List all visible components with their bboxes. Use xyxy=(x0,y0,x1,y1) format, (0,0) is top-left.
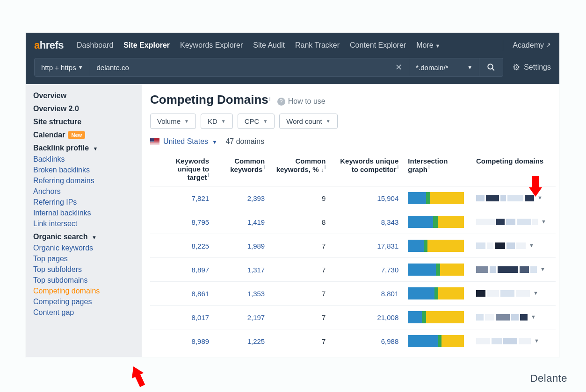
logo[interactable]: ahrefs xyxy=(34,39,64,51)
caret-down-icon[interactable]: ▼ xyxy=(541,219,546,225)
search-button[interactable] xyxy=(479,58,503,77)
mode-label: *.domain/* xyxy=(416,64,448,71)
body: OverviewOverview 2.0Site structureCalend… xyxy=(26,84,559,357)
nav-item[interactable]: More▼ xyxy=(416,41,440,50)
competing-domain-strip: ▼ xyxy=(476,338,551,344)
mode-selector[interactable]: *.domain/*▼ xyxy=(409,58,479,77)
cell: 7 xyxy=(269,234,330,258)
sidebar-header[interactable]: Overview 2.0 xyxy=(33,105,142,113)
svg-line-1 xyxy=(492,68,494,71)
sidebar-header[interactable]: Overview xyxy=(33,92,142,100)
table-row[interactable]: 8,8971,31777,730▼ xyxy=(150,258,556,282)
table-row[interactable]: 8,0172,197721,008▼ xyxy=(150,306,556,329)
results-table: Keywords unique to targeti Common keywor… xyxy=(150,152,556,353)
settings-link[interactable]: ⚙ Settings xyxy=(513,62,551,72)
sidebar-header-calendar[interactable]: CalendarNew xyxy=(33,131,142,139)
sidebar-section-backlink[interactable]: Backlink profile ▼ xyxy=(33,144,142,152)
filter-button[interactable]: Volume▼ xyxy=(150,114,196,129)
filter-label: KD xyxy=(208,117,217,125)
cell: 15,904 xyxy=(330,186,403,210)
nav-item[interactable]: Keywords Explorer xyxy=(180,41,243,50)
sidebar-item[interactable]: Competing pages xyxy=(33,298,142,306)
intersection-graph xyxy=(408,335,464,347)
sidebar-header[interactable]: Site structure xyxy=(33,118,142,126)
cell-competing-domain[interactable]: ▼ xyxy=(471,282,556,306)
col-common[interactable]: Common keywordsi xyxy=(214,152,269,186)
col-competing-domains[interactable]: Competing domains xyxy=(471,152,556,186)
caret-down-icon[interactable]: ▼ xyxy=(531,314,536,321)
caret-down-icon[interactable]: ▼ xyxy=(534,338,539,344)
table-row[interactable]: 7,8212,393915,904▼ xyxy=(150,186,556,210)
filter-button[interactable]: CPC▼ xyxy=(238,114,275,129)
nav-item[interactable]: Site Audit xyxy=(253,41,285,50)
sidebar-item[interactable]: Link intersect xyxy=(33,220,142,228)
sidebar-item[interactable]: Organic keywords xyxy=(33,244,142,252)
col-unique-target[interactable]: Keywords unique to targeti xyxy=(150,152,214,186)
info-icon[interactable]: i xyxy=(269,96,270,102)
sidebar-item[interactable]: Anchors xyxy=(33,187,142,196)
country-selector[interactable]: United States ▼ xyxy=(150,137,217,146)
settings-label: Settings xyxy=(524,63,551,71)
cell-competing-domain[interactable]: ▼ xyxy=(471,306,556,329)
protocol-label: http + https xyxy=(41,64,76,71)
cell: 1,989 xyxy=(214,234,269,258)
cell-competing-domain[interactable]: ▼ xyxy=(471,329,556,353)
protocol-selector[interactable]: http + https▼ xyxy=(34,58,90,77)
col-unique-competitor[interactable]: Keywords unique to competitori xyxy=(330,152,403,186)
competing-domain-strip: ▼ xyxy=(476,266,551,273)
cell-competing-domain[interactable]: ▼ xyxy=(471,186,556,210)
cell-competing-domain[interactable]: ▼ xyxy=(471,258,556,282)
sidebar-item[interactable]: Backlinks xyxy=(33,155,142,164)
sidebar-item[interactable]: Content gap xyxy=(33,308,142,317)
cell-competing-domain[interactable]: ▼ xyxy=(471,210,556,234)
how-to-use-link[interactable]: ?How to use xyxy=(277,97,326,105)
cell-graph xyxy=(403,258,471,282)
cell: 6,988 xyxy=(330,329,403,353)
nav-item[interactable]: Site Explorer xyxy=(123,41,170,50)
sidebar-item[interactable]: Competing domains xyxy=(33,287,142,295)
caret-down-icon[interactable]: ▼ xyxy=(533,290,538,297)
intersection-graph xyxy=(408,264,464,276)
nav-item[interactable]: Dashboard xyxy=(77,41,113,50)
col-intersection-graph[interactable]: Intersection graphi xyxy=(403,152,471,186)
gear-icon: ⚙ xyxy=(513,62,520,72)
caret-down-icon: ▼ xyxy=(263,119,268,124)
sidebar-item[interactable]: Referring domains xyxy=(33,177,142,185)
caret-down-icon[interactable]: ▼ xyxy=(537,195,543,201)
country-label: United States xyxy=(163,137,208,145)
cell-competing-domain[interactable]: ▼ xyxy=(471,234,556,258)
filter-button[interactable]: KD▼ xyxy=(201,114,233,129)
sidebar-section-organic[interactable]: Organic search ▼ xyxy=(33,233,142,241)
nav-academy-label: Academy xyxy=(513,41,544,49)
nav-right: Academy↗ xyxy=(503,40,551,51)
sidebar-item[interactable]: Top subdomains xyxy=(33,276,142,285)
cell: 17,831 xyxy=(330,234,403,258)
url-input[interactable]: delante.co ✕ xyxy=(90,58,410,77)
sidebar-item[interactable]: Broken backlinks xyxy=(33,166,142,174)
svg-point-0 xyxy=(488,64,493,69)
nav-item[interactable]: Rank Tracker xyxy=(295,41,340,50)
cell-graph xyxy=(403,282,471,306)
new-badge: New xyxy=(68,131,85,139)
competing-domain-strip: ▼ xyxy=(476,290,551,297)
table-row[interactable]: 8,8611,35378,801▼ xyxy=(150,282,556,306)
filter-button[interactable]: Word count▼ xyxy=(279,114,337,129)
sidebar-item[interactable]: Internal backlinks xyxy=(33,209,142,217)
sidebar-item[interactable]: Referring IPs xyxy=(33,198,142,207)
caret-down-icon: ▼ xyxy=(212,139,217,145)
caret-down-icon[interactable]: ▼ xyxy=(529,242,534,249)
table-row[interactable]: 8,2251,989717,831▼ xyxy=(150,234,556,258)
table-row[interactable]: 8,7951,41988,343▼ xyxy=(150,210,556,234)
nav-item[interactable]: Content Explorer xyxy=(350,41,406,50)
caret-down-icon[interactable]: ▼ xyxy=(540,266,545,273)
nav-academy[interactable]: Academy↗ xyxy=(513,41,551,50)
clear-icon[interactable]: ✕ xyxy=(395,62,402,72)
col-common-pct[interactable]: Common keywords, % ↓i xyxy=(269,152,330,186)
cell: 9 xyxy=(269,186,330,210)
cell: 8,225 xyxy=(150,234,214,258)
sidebar-item[interactable]: Top subfolders xyxy=(33,265,142,274)
sidebar-item[interactable]: Top pages xyxy=(33,255,142,263)
cell: 1,225 xyxy=(214,329,269,353)
cell: 7,730 xyxy=(330,258,403,282)
table-row[interactable]: 8,9891,22576,988▼ xyxy=(150,329,556,353)
